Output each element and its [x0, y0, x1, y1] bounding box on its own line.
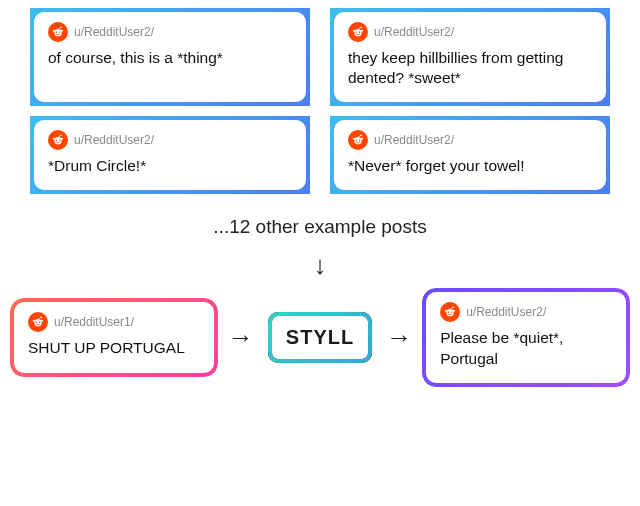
svg-point-24 — [34, 320, 41, 327]
svg-point-28 — [41, 320, 43, 322]
styll-model-box: STYLL — [268, 312, 372, 363]
example-post-card: u/RedditUser2/ of course, this is a *thi… — [30, 8, 310, 106]
svg-point-19 — [356, 140, 357, 141]
post-text: they keep hillbillies from getting dente… — [348, 48, 592, 88]
post-header: u/RedditUser2/ — [440, 302, 612, 322]
arrow-down-icon: ↓ — [0, 252, 640, 278]
example-post-card: u/RedditUser2/ *Never* forget your towel… — [330, 116, 610, 194]
svg-point-25 — [36, 322, 37, 323]
svg-point-16 — [61, 138, 63, 140]
post-username: u/RedditUser2/ — [74, 133, 154, 147]
reddit-icon — [348, 22, 368, 42]
reddit-icon — [440, 302, 460, 322]
input-post-card: u/RedditUser1/ SHUT UP PORTUGAL — [14, 302, 214, 372]
arrow-right-icon: → — [228, 322, 254, 353]
post-header: u/RedditUser1/ — [28, 312, 200, 332]
svg-point-12 — [54, 137, 61, 144]
svg-point-7 — [356, 32, 357, 33]
post-username: u/RedditUser2/ — [74, 25, 154, 39]
post-text: of course, this is a *thing* — [48, 48, 292, 68]
svg-point-33 — [445, 310, 447, 312]
arrow-right-icon: → — [386, 322, 412, 353]
svg-point-21 — [353, 138, 355, 140]
reddit-icon — [348, 130, 368, 150]
svg-point-34 — [453, 310, 455, 312]
example-post-card: u/RedditUser2/ *Drum Circle!* — [30, 116, 310, 194]
svg-point-10 — [361, 30, 363, 32]
svg-point-13 — [56, 140, 57, 141]
svg-point-22 — [361, 138, 363, 140]
example-posts-row-1: u/RedditUser2/ of course, this is a *thi… — [0, 0, 640, 106]
post-text: *Never* forget your towel! — [348, 156, 592, 176]
svg-point-32 — [451, 312, 452, 313]
svg-point-27 — [33, 320, 35, 322]
reddit-icon — [48, 130, 68, 150]
svg-point-18 — [354, 137, 361, 144]
svg-point-26 — [39, 322, 40, 323]
post-text: SHUT UP PORTUGAL — [28, 338, 200, 358]
svg-point-30 — [447, 309, 454, 316]
svg-point-15 — [53, 138, 55, 140]
output-post-card: u/RedditUser2/ Please be *quiet*, Portug… — [426, 292, 626, 382]
svg-point-3 — [53, 30, 55, 32]
post-username: u/RedditUser1/ — [54, 315, 134, 329]
post-header: u/RedditUser2/ — [348, 130, 592, 150]
svg-point-8 — [359, 32, 360, 33]
example-posts-row-2: u/RedditUser2/ *Drum Circle!* u/RedditUs… — [0, 116, 640, 194]
post-text: *Drum Circle!* — [48, 156, 292, 176]
post-username: u/RedditUser2/ — [374, 133, 454, 147]
reddit-icon — [28, 312, 48, 332]
svg-point-4 — [61, 30, 63, 32]
transformation-row: u/RedditUser1/ SHUT UP PORTUGAL → STYLL … — [0, 292, 640, 382]
svg-point-2 — [59, 32, 60, 33]
svg-point-20 — [359, 140, 360, 141]
svg-point-31 — [448, 312, 449, 313]
svg-point-14 — [59, 140, 60, 141]
more-examples-caption: ...12 other example posts — [0, 216, 640, 238]
svg-point-0 — [54, 29, 61, 36]
post-header: u/RedditUser2/ — [48, 130, 292, 150]
post-header: u/RedditUser2/ — [48, 22, 292, 42]
svg-point-9 — [353, 30, 355, 32]
example-post-card: u/RedditUser2/ they keep hillbillies fro… — [330, 8, 610, 106]
svg-point-1 — [56, 32, 57, 33]
post-text: Please be *quiet*, Portugal — [440, 328, 612, 368]
post-username: u/RedditUser2/ — [466, 305, 546, 319]
post-header: u/RedditUser2/ — [348, 22, 592, 42]
reddit-icon — [48, 22, 68, 42]
svg-point-6 — [354, 29, 361, 36]
post-username: u/RedditUser2/ — [374, 25, 454, 39]
styll-label: STYLL — [286, 326, 354, 348]
